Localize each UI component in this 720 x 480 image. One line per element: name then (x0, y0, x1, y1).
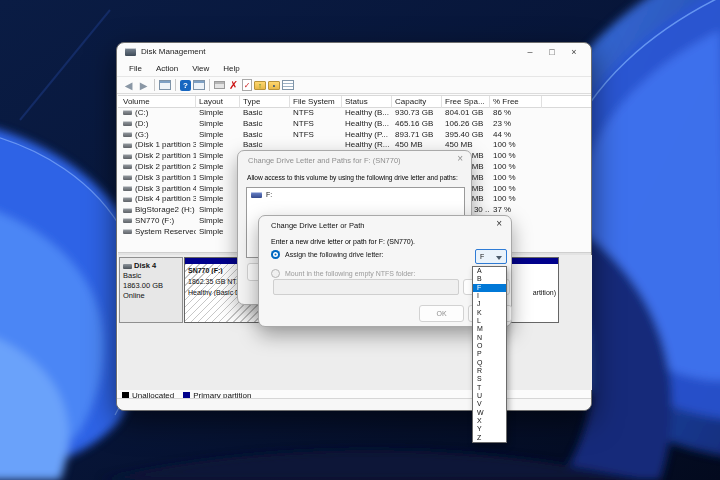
drive-letter-option[interactable]: S (473, 375, 506, 383)
drive-letter-option[interactable]: A (473, 267, 506, 275)
close-icon[interactable]: × (496, 218, 502, 229)
cell-pct: 86 % (490, 108, 542, 119)
dialog1-title: Change Drive Letter and Paths for F: (SN… (248, 156, 401, 165)
volume-icon (123, 208, 132, 213)
cell-name: SN770 (F:) (120, 216, 196, 227)
assign-letter-radio[interactable] (271, 250, 280, 259)
cell-pct: 100 % (490, 151, 542, 162)
column-header[interactable]: Volume (120, 96, 196, 108)
drive-letter-option[interactable]: W (473, 409, 506, 417)
close-button[interactable]: × (563, 44, 585, 59)
drive-letter-option[interactable]: O (473, 342, 506, 350)
drive-letter-option[interactable]: M (473, 325, 506, 333)
ok-button[interactable]: OK (419, 305, 464, 322)
column-header[interactable]: Type (240, 96, 290, 108)
folder-find-icon[interactable]: • (268, 81, 280, 90)
drive-letter-option[interactable]: V (473, 400, 506, 408)
folder-add-icon[interactable]: ↑ (254, 81, 266, 90)
column-header[interactable]: Capacity (392, 96, 442, 108)
menu-file[interactable]: File (122, 62, 149, 75)
cell-pct: 23 % (490, 119, 542, 130)
console-window-icon[interactable] (159, 80, 171, 90)
volume-icon (123, 132, 132, 137)
drive-letter-option[interactable]: X (473, 417, 506, 425)
disk4-info-panel[interactable]: Disk 4 Basic 1863.00 GB Online (119, 257, 183, 323)
menu-view[interactable]: View (185, 62, 216, 75)
volume-icon (123, 164, 132, 169)
drive-letter-option[interactable]: K (473, 309, 506, 317)
toolbar-separator (154, 79, 155, 91)
cell-name: (Disk 2 partition 1) (120, 151, 196, 162)
volume-icon (123, 186, 132, 191)
mount-folder-radio[interactable] (271, 269, 280, 278)
maximize-button[interactable]: □ (541, 44, 563, 59)
cell-pct: 44 % (490, 130, 542, 141)
drive-letter-option[interactable]: U (473, 392, 506, 400)
cell-layout: Simple (196, 205, 240, 216)
cell-layout: Simple (196, 173, 240, 184)
volume-table-header[interactable]: VolumeLayoutTypeFile SystemStatusCapacit… (118, 95, 591, 108)
drive-letter-item-label: F: (266, 191, 272, 198)
column-header[interactable]: % Free (490, 96, 542, 108)
drive-letter-option[interactable]: P (473, 350, 506, 358)
volume-row[interactable]: (C:)SimpleBasicNTFSHealthy (B...930.73 G… (118, 108, 591, 119)
drive-letter-option[interactable]: R (473, 367, 506, 375)
column-header[interactable]: Status (342, 96, 392, 108)
partition-name: SN770 (F:) (188, 267, 223, 274)
cell-name: BigStorage2 (H:) (120, 205, 196, 216)
combobox-value: F (480, 253, 484, 260)
menu-help[interactable]: Help (216, 62, 246, 75)
forward-arrow-icon[interactable]: ▶ (137, 79, 150, 92)
cell-name: (Disk 1 partition 3) (120, 140, 196, 151)
column-header[interactable]: File System (290, 96, 342, 108)
drive-letter-option[interactable]: L (473, 317, 506, 325)
drive-letter-option[interactable]: F (473, 284, 506, 292)
volume-row[interactable]: (D:)SimpleBasicNTFSHealthy (B...465.16 G… (118, 119, 591, 130)
drive-letter-option[interactable]: Q (473, 359, 506, 367)
list-item[interactable]: F: (247, 188, 464, 201)
delete-volume-icon[interactable]: ✗ (227, 79, 240, 92)
cell-capacity: 893.71 GB (392, 130, 442, 141)
help-icon[interactable]: ? (180, 80, 191, 91)
volume-icon (123, 110, 132, 115)
volume-icon (123, 143, 132, 148)
drive-letter-option[interactable]: Z (473, 434, 506, 442)
drive-letter-option[interactable]: T (473, 384, 506, 392)
volume-icon (123, 121, 132, 126)
cell-layout: Simple (196, 151, 240, 162)
cell-pct: 100 % (490, 173, 542, 184)
volume-icon (123, 229, 132, 234)
drive-letter-option[interactable]: J (473, 300, 506, 308)
drive-letter-option[interactable]: I (473, 292, 506, 300)
cell-type: Basic (240, 119, 290, 130)
column-header[interactable]: Free Spa... (442, 96, 490, 108)
drive-letter-option[interactable]: B (473, 275, 506, 283)
volume-icon (123, 197, 132, 202)
cell-type: Basic (240, 108, 290, 119)
menu-action[interactable]: Action (149, 62, 185, 75)
cell-status: Healthy (B... (342, 108, 392, 119)
cell-fs: NTFS (290, 130, 342, 141)
drive-letter-option[interactable]: Y (473, 425, 506, 433)
close-icon[interactable]: × (457, 153, 463, 164)
popup-window-icon[interactable] (214, 81, 225, 89)
back-arrow-icon[interactable]: ◀ (122, 79, 135, 92)
titlebar[interactable]: Disk Management –□× (117, 43, 591, 60)
properties-window-icon[interactable] (193, 80, 205, 90)
mount-folder-label: Mount in the following empty NTFS folder… (285, 270, 415, 277)
window-title: Disk Management (141, 47, 205, 56)
drive-letter-dropdown-list: ABFIJKLMNOPQRSTUVWXYZ (472, 266, 507, 443)
cell-name: (G:) (120, 130, 196, 141)
drive-letter-combobox[interactable]: F (475, 249, 507, 264)
mount-path-field[interactable] (273, 279, 459, 295)
check-document-icon[interactable]: ✓ (242, 79, 252, 91)
minimize-button[interactable]: – (519, 44, 541, 59)
volume-row[interactable]: (G:)SimpleBasicNTFSHealthy (P...893.71 G… (118, 130, 591, 141)
cell-layout: Simple (196, 184, 240, 195)
cell-status: Healthy (P... (342, 130, 392, 141)
partition2-status-fragment: artition) (533, 289, 556, 296)
details-view-icon[interactable] (282, 80, 294, 90)
drive-icon (251, 192, 262, 198)
drive-letter-option[interactable]: N (473, 334, 506, 342)
column-header[interactable]: Layout (196, 96, 240, 108)
